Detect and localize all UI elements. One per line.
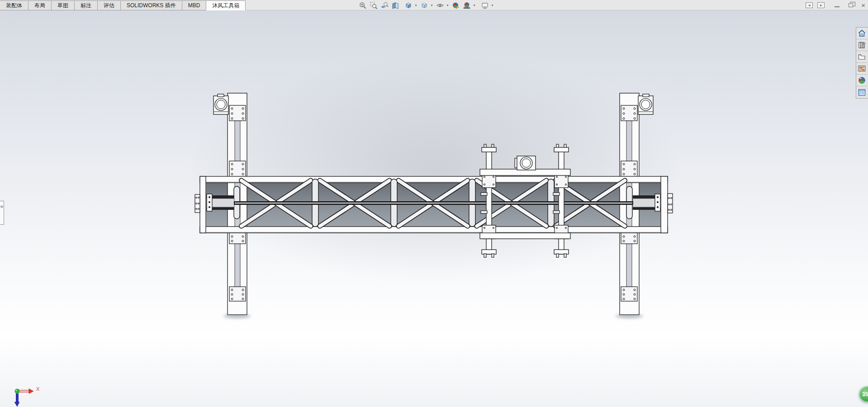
cad-model-gantry-assembly[interactable]	[0, 10, 868, 407]
restore-button[interactable]	[849, 3, 853, 7]
view-palette-icon	[858, 64, 866, 73]
display-style-button[interactable]	[419, 1, 430, 10]
truss-left-flange	[195, 194, 200, 213]
top-toolbar-strip: 装配体 布局 草图 标注 评估 SOLIDWORKS 插件 MBD 沐风工具箱	[0, 0, 868, 10]
zoom-to-area-button[interactable]	[368, 1, 379, 10]
window-controls: ◂ ▸ ×	[801, 0, 865, 10]
zoom-to-area-icon	[370, 1, 378, 9]
tab-assembly[interactable]: 装配体	[0, 0, 28, 10]
task-pane-appearances-scenes[interactable]	[856, 75, 868, 86]
apply-scene-dropdown[interactable]: ▾	[472, 4, 476, 7]
tab-sketch[interactable]: 草图	[51, 0, 75, 10]
hide-show-items-dropdown[interactable]: ▾	[446, 4, 450, 7]
view-orientation-icon	[404, 1, 413, 9]
zoom-to-fit-icon	[359, 1, 367, 9]
truss-right-flange	[668, 194, 673, 213]
apply-scene-button[interactable]	[461, 1, 472, 10]
view-settings-dropdown[interactable]: ▾	[490, 4, 494, 7]
tab-mbd[interactable]: MBD	[182, 0, 207, 10]
task-pane-view-palette[interactable]	[856, 63, 868, 75]
display-style-icon	[420, 1, 428, 9]
edit-appearance-button[interactable]	[451, 1, 461, 10]
zoom-to-fit-button[interactable]	[357, 1, 368, 10]
triad-x-label: X	[36, 386, 39, 392]
previous-view-icon	[380, 1, 389, 9]
right-column-motor[interactable]	[638, 94, 653, 114]
graphics-viewport[interactable]: X Z	[0, 10, 868, 407]
tab-annotate[interactable]: 标注	[74, 0, 98, 10]
tab-layout[interactable]: 布局	[28, 0, 52, 10]
view-settings-button[interactable]	[479, 1, 490, 10]
appearances-sphere-icon	[858, 76, 866, 85]
panel-handle-dot	[0, 205, 3, 208]
folder-icon	[858, 52, 866, 61]
task-pane-file-explorer[interactable]	[856, 51, 868, 63]
collapse-pane-right-button[interactable]: ▸	[817, 2, 825, 8]
ribbon-tab-bar: 装配体 布局 草图 标注 评估 SOLIDWORKS 插件 MBD 沐风工具箱	[0, 0, 246, 10]
home-icon	[858, 29, 866, 38]
monitor-icon	[481, 1, 489, 9]
previous-view-button[interactable]	[379, 1, 390, 10]
task-pane-custom-properties[interactable]	[856, 86, 868, 98]
badge-count: 35	[862, 391, 868, 398]
left-column-motor[interactable]	[213, 94, 228, 114]
view-orientation-button[interactable]	[403, 1, 414, 10]
properties-list-icon	[858, 88, 866, 97]
heads-up-view-toolbar: ▾ ▾ ▾	[357, 0, 495, 10]
view-orientation-dropdown[interactable]: ▾	[414, 4, 418, 7]
truss-left-end-bar	[200, 176, 206, 233]
collapse-pane-left-button[interactable]: ◂	[806, 2, 813, 8]
task-pane-design-library[interactable]	[856, 39, 868, 51]
hide-show-items-button[interactable]	[435, 1, 446, 10]
section-view-icon	[391, 1, 399, 9]
section-view-button[interactable]	[390, 1, 401, 10]
task-pane	[856, 27, 868, 99]
right-ram-assembly[interactable]	[633, 194, 661, 211]
tab-mufeng-toolbox[interactable]: 沐风工具箱	[206, 0, 246, 10]
books-icon	[858, 41, 866, 49]
display-style-dropdown[interactable]: ▾	[430, 4, 434, 7]
minimize-button[interactable]	[835, 6, 840, 7]
tab-solidworks-addins[interactable]: SOLIDWORKS 插件	[120, 0, 182, 10]
triad-axes	[11, 386, 47, 407]
truss-right-end-bar	[661, 176, 668, 233]
task-pane-solidworks-resources[interactable]	[856, 28, 868, 39]
apply-scene-icon	[463, 1, 471, 9]
left-ram-assembly[interactable]	[206, 194, 234, 211]
eye-icon	[436, 1, 444, 9]
tab-evaluate[interactable]: 评估	[97, 0, 121, 10]
feature-tree-collapsed-handle[interactable]	[0, 201, 4, 225]
carriage-bottom-crossbar	[480, 233, 570, 239]
edit-appearance-icon	[452, 1, 460, 9]
carriage-motor[interactable]	[515, 156, 536, 170]
orientation-triad: X Z	[11, 386, 47, 407]
central-drive-shaft[interactable]	[234, 201, 633, 205]
close-button[interactable]: ×	[861, 2, 865, 9]
